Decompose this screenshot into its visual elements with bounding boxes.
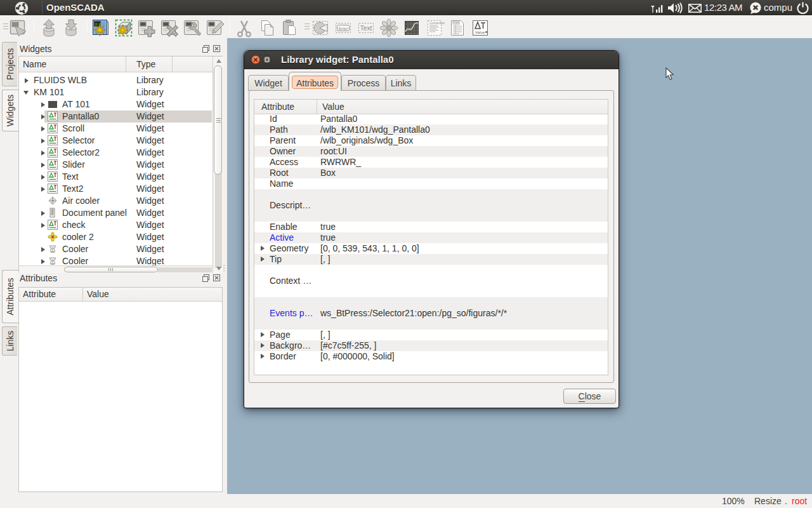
svg-text:Order: Order (453, 22, 459, 24)
svg-text:Connections: Connections (429, 22, 445, 25)
svg-text:Text: Text (360, 25, 372, 32)
svg-text:Value: Value (475, 30, 485, 34)
svg-text:Enter: Enter (339, 27, 348, 30)
